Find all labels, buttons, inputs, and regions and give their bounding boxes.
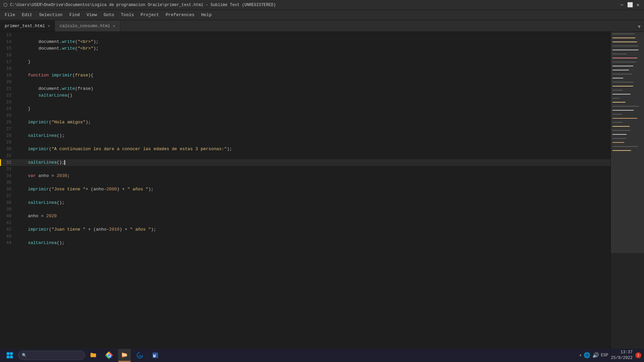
code-line-22: 22 saltarLinea() <box>0 92 610 99</box>
tray-language[interactable]: ESP <box>601 353 608 358</box>
taskbar-word[interactable]: W <box>149 349 162 362</box>
menu-view[interactable]: View <box>83 11 100 19</box>
code-line-29: 29 <box>0 139 610 146</box>
code-line-36: 36 imprimir("Jose tiene "+ (anho-2000) +… <box>0 186 610 193</box>
code-line-33: 33 <box>0 166 610 173</box>
code-line-27: 27 <box>0 126 610 132</box>
tab-calculo-consumo[interactable]: calculo_consumo.html ✕ <box>55 20 120 32</box>
clock-date: 25/9/2022 <box>611 355 633 361</box>
tray-speaker[interactable]: 🔊 <box>592 352 599 359</box>
svg-rect-0 <box>7 352 9 355</box>
code-line-16: 16 <box>0 52 610 59</box>
code-line-13: 13 <box>0 32 610 39</box>
menu-find[interactable]: Find <box>66 11 83 19</box>
chrome-icon <box>105 352 113 359</box>
taskbar-sublime[interactable] <box>118 349 131 362</box>
code-line-30: 30 imprimir("A continuacion les dare a c… <box>0 146 610 153</box>
code-line-32: 32 saltarLinea(); <box>0 159 610 166</box>
code-line-17: 17 } <box>0 59 610 65</box>
windows-icon <box>6 352 13 359</box>
active-line-marker <box>0 159 1 166</box>
code-line-42: 42 imprimir("Juan tiene " + (anho-2010) … <box>0 226 610 233</box>
tab-label: primer_test.html <box>5 24 45 28</box>
folder-icon <box>90 352 97 359</box>
code-line-37: 37 <box>0 193 610 199</box>
start-button[interactable] <box>3 349 16 362</box>
taskbar-edge[interactable] <box>133 349 146 362</box>
menu-bar: File Edit Selection Find View Goto Tools… <box>0 10 644 20</box>
tab-bar: primer_test.html ✕ calculo_consumo.html … <box>0 20 644 32</box>
tab-close-primer[interactable]: ✕ <box>48 23 50 28</box>
code-line-43: 43 <box>0 233 610 240</box>
svg-rect-1 <box>10 352 13 355</box>
code-editor[interactable]: 13 14 document.write("<br>"); 15 documen… <box>0 32 610 353</box>
app-icon: ⬡ <box>3 2 7 8</box>
menu-preferences[interactable]: Preferences <box>162 11 198 19</box>
window-title: C:\Users\USER\OneDrive\Documentos\Logica… <box>10 3 619 7</box>
clock-time: 13:37 <box>611 350 633 355</box>
code-line-20: 20 <box>0 79 610 85</box>
tab-close-calculo[interactable]: ✕ <box>113 23 115 28</box>
code-line-34: 34 var anho = 2030; <box>0 173 610 179</box>
svg-rect-3 <box>10 356 13 358</box>
taskbar-chrome[interactable] <box>103 349 115 362</box>
window-controls: ─ ⬜ ✕ <box>619 2 641 8</box>
notification-badge[interactable]: 2 <box>635 352 641 358</box>
menu-edit[interactable]: Edit <box>18 11 36 19</box>
minimap[interactable] <box>610 32 644 353</box>
code-line-41: 41 <box>0 220 610 226</box>
edge-icon <box>136 352 144 359</box>
code-line-23: 23 <box>0 99 610 106</box>
search-icon: 🔍 <box>22 353 27 358</box>
code-line-38: 38 saltarLinea(); <box>0 199 610 206</box>
code-line-39: 39 <box>0 206 610 213</box>
menu-selection[interactable]: Selection <box>36 11 66 19</box>
code-line-26: 26 imprimir("Hola amigos"); <box>0 119 610 126</box>
code-line-35: 35 <box>0 179 610 186</box>
taskbar-file-explorer[interactable] <box>87 349 100 362</box>
menu-goto[interactable]: Goto <box>100 11 117 19</box>
minimize-button[interactable]: ─ <box>619 2 625 8</box>
code-line-18: 18 <box>0 65 610 72</box>
tray-network[interactable]: 🌐 <box>584 352 590 359</box>
svg-text:W: W <box>153 354 156 359</box>
main-content: 13 14 document.write("<br>"); 15 documen… <box>0 32 644 353</box>
code-line-44: 44 saltarLinea(); <box>0 240 610 246</box>
system-tray: ∧ 🌐 🔊 ESP 13:37 25/9/2022 2 <box>580 350 641 361</box>
code-line-19: 19 function imprimir(frase){ <box>0 72 610 79</box>
tray-expand[interactable]: ∧ <box>580 353 582 357</box>
menu-project[interactable]: Project <box>137 11 162 19</box>
clock[interactable]: 13:37 25/9/2022 <box>611 350 633 361</box>
code-line-21: 21 document.write(frase) <box>0 85 610 92</box>
code-line-25: 25 <box>0 112 610 119</box>
code-line-40: 40 anho = 2020 <box>0 213 610 220</box>
code-line-28: 28 saltarLinea(); <box>0 132 610 139</box>
code-line-24: 24 } <box>0 106 610 112</box>
tray-icons: ∧ 🌐 🔊 ESP <box>580 352 608 359</box>
code-line-31: 31 <box>0 153 610 159</box>
taskbar-search[interactable]: 🔍 <box>18 351 85 360</box>
code-line-14: 14 document.write("<br>"); <box>0 39 610 45</box>
word-icon: W <box>152 352 159 359</box>
menu-file[interactable]: File <box>1 11 18 19</box>
tab-primer-test[interactable]: primer_test.html ✕ <box>0 20 55 32</box>
minimap-canvas <box>611 32 644 253</box>
menu-help[interactable]: Help <box>198 11 215 19</box>
close-button[interactable]: ✕ <box>635 2 641 8</box>
taskbar: 🔍 <box>0 349 644 362</box>
svg-rect-2 <box>7 356 9 358</box>
sublime-icon <box>121 351 128 359</box>
title-bar: ⬡ C:\Users\USER\OneDrive\Documentos\Logi… <box>0 0 644 10</box>
maximize-button[interactable]: ⬜ <box>627 2 633 8</box>
tab-label: calculo_consumo.html <box>60 24 110 28</box>
menu-tools[interactable]: Tools <box>117 11 137 19</box>
tab-scroll-button[interactable]: ▼ <box>635 22 644 32</box>
code-line-15: 15 document.write("<br>"); <box>0 45 610 52</box>
svg-point-6 <box>108 354 110 356</box>
